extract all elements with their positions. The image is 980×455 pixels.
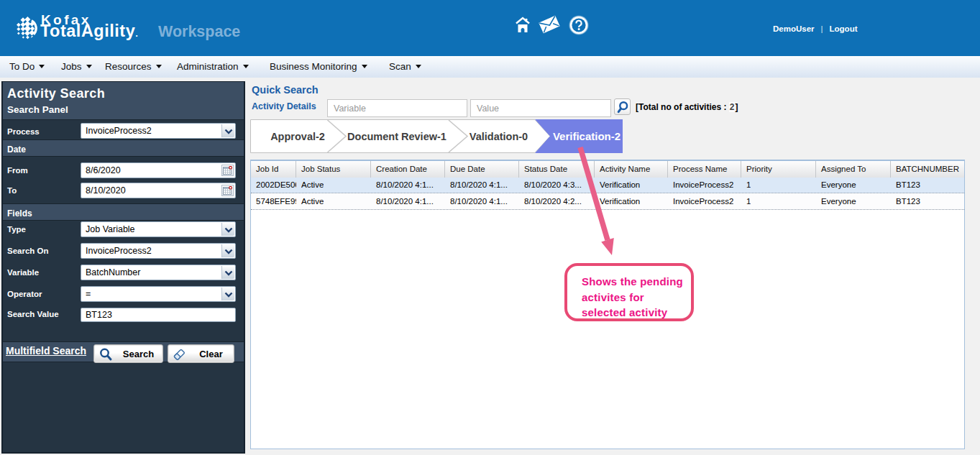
svg-text:Verification-2: Verification-2 [553,130,620,142]
svg-text:Validation-0: Validation-0 [470,131,528,142]
svg-text:Document Review-1: Document Review-1 [347,131,447,142]
svg-text:Approval-2: Approval-2 [270,131,325,142]
